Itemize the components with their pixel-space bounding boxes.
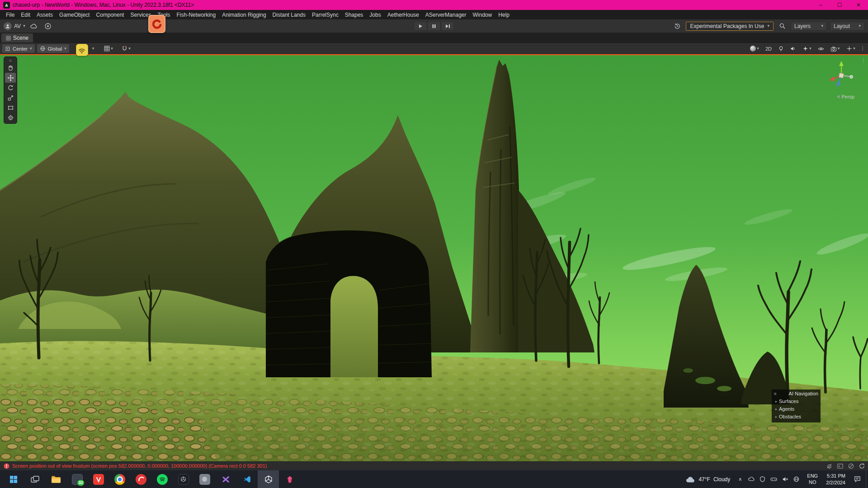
scene-render xyxy=(0,54,868,461)
task-view-button[interactable] xyxy=(24,470,45,488)
red-browser-button[interactable] xyxy=(130,470,151,488)
menu-assets[interactable]: Assets xyxy=(33,11,56,19)
overlay-menu-button[interactable]: ⋮ xyxy=(861,58,866,64)
services-button[interactable] xyxy=(42,22,53,31)
menu-distant-lands[interactable]: Distant Lands xyxy=(269,11,309,19)
audio-toggle[interactable] xyxy=(788,44,798,53)
grid-visibility-dropdown[interactable]: ▾ xyxy=(101,44,116,53)
menu-window[interactable]: Window xyxy=(469,11,495,19)
cloud-button[interactable] xyxy=(28,22,39,31)
ai-nav-obstacles[interactable]: ▸ Obstacles xyxy=(774,412,818,419)
palette-grip[interactable]: ≡ xyxy=(4,58,17,63)
step-button[interactable] xyxy=(441,21,454,31)
gray-app-button[interactable] xyxy=(194,470,215,488)
menu-parrelsync[interactable]: ParrelSync xyxy=(309,11,342,19)
weather-temp: 47°F xyxy=(698,476,710,483)
lighting-toggle[interactable] xyxy=(775,44,786,53)
chrome-browser-button[interactable] xyxy=(109,470,130,488)
menu-aetherhouse[interactable]: AetherHouse xyxy=(384,11,422,19)
network-globe-icon[interactable] xyxy=(793,476,800,483)
ai-nav-grip[interactable]: ≡ xyxy=(774,391,777,396)
history-icon xyxy=(674,23,681,30)
security-shield-icon[interactable] xyxy=(759,476,766,483)
file-explorer-button[interactable] xyxy=(45,470,66,488)
chevron-right-icon: ▸ xyxy=(775,415,777,419)
scale-tool-button[interactable] xyxy=(5,93,16,103)
menu-fish-networking[interactable]: Fish-Networking xyxy=(173,11,219,19)
search-button[interactable] xyxy=(777,22,788,31)
unity-hub-button[interactable] xyxy=(173,470,194,488)
vscode-button[interactable] xyxy=(236,470,258,488)
maximize-button[interactable]: ☐ xyxy=(830,0,849,10)
menu-gameobject[interactable]: GameObject xyxy=(56,11,93,19)
effects-dropdown[interactable]: ▾ xyxy=(800,44,814,53)
projection-mode-label[interactable]: Persp xyxy=(837,94,854,99)
experimental-packages-dropdown[interactable]: Experimental Packages In Use ▾ xyxy=(686,22,774,31)
close-button[interactable]: ✕ xyxy=(849,0,868,10)
unity-editor-button[interactable] xyxy=(258,470,279,488)
ai-nav-surfaces[interactable]: ▸ Surfaces xyxy=(774,396,818,404)
ai-nav-agents[interactable]: ▸ Agents xyxy=(774,404,818,412)
notifications-muted-icon[interactable] xyxy=(826,463,833,469)
menu-component[interactable]: Component xyxy=(93,11,127,19)
visual-studio-button[interactable] xyxy=(215,470,236,488)
console-error-message[interactable]: Screen position out of view frustum (scr… xyxy=(4,463,267,469)
search-icon xyxy=(779,23,786,29)
volume-muted-icon[interactable] xyxy=(782,476,789,483)
rotate-tool-button[interactable] xyxy=(5,83,16,93)
transform-tool-button[interactable] xyxy=(5,113,16,122)
menu-shapes[interactable]: Shapes xyxy=(342,11,367,19)
weather-widget[interactable]: 47°F Cloudy xyxy=(681,475,735,483)
2d-toggle[interactable]: 2D xyxy=(763,44,774,53)
menu-aservermanager[interactable]: AServerManager xyxy=(422,11,470,19)
draw-mode-dropdown[interactable]: ▾ xyxy=(747,44,762,53)
gizmos-dropdown[interactable]: ▾ xyxy=(844,44,858,53)
game-controller-icon[interactable] xyxy=(770,476,778,483)
move-tool-button[interactable] xyxy=(5,73,16,83)
taskbar: 32 xyxy=(0,470,868,488)
hand-tool-button[interactable] xyxy=(5,63,16,73)
scene-viewport[interactable]: ≡ xyxy=(0,54,868,461)
refresh-progress-icon[interactable] xyxy=(859,463,865,469)
blocked-icon[interactable] xyxy=(848,463,854,469)
tab-scene[interactable]: Scene xyxy=(1,33,33,42)
move-icon xyxy=(7,75,14,81)
orientation-dropdown[interactable]: Global ▾ xyxy=(37,44,69,53)
status-bar: Screen position out of view frustum (scr… xyxy=(0,461,868,470)
scenebar-overflow-menu[interactable]: ⋮ xyxy=(859,44,866,53)
language-switcher[interactable]: ENG NO xyxy=(802,473,822,486)
app-button-badge-32[interactable]: 32 xyxy=(66,470,88,488)
vivaldi-button[interactable] xyxy=(88,470,109,488)
account-dropdown[interactable]: AV ▾ xyxy=(4,22,25,30)
action-center-button[interactable] xyxy=(849,475,866,483)
play-button[interactable] xyxy=(414,21,427,31)
menu-file[interactable]: File xyxy=(3,11,18,19)
onedrive-cloud-icon[interactable] xyxy=(748,476,755,483)
scene-visibility-toggle[interactable] xyxy=(816,44,826,53)
console-icon[interactable] xyxy=(837,463,844,469)
snap-settings-dropdown[interactable]: ▾ xyxy=(118,44,134,53)
minimize-button[interactable]: – xyxy=(811,0,830,10)
spotify-button[interactable] xyxy=(151,470,173,488)
hot-reload-caret[interactable]: ▾ xyxy=(90,44,96,53)
hot-reload-status-button[interactable] xyxy=(76,44,88,56)
menu-help[interactable]: Help xyxy=(495,11,513,19)
scene-orientation-gizmo[interactable] xyxy=(826,60,857,91)
pivot-dropdown[interactable]: Center ▾ xyxy=(2,44,35,53)
rect-tool-button[interactable] xyxy=(5,103,16,113)
person-icon xyxy=(5,23,10,29)
undo-history-button[interactable] xyxy=(672,22,683,31)
show-desktop-button[interactable] xyxy=(866,470,868,488)
menu-edit[interactable]: Edit xyxy=(18,11,33,19)
pause-button[interactable] xyxy=(427,21,441,31)
layout-dropdown[interactable]: Layout ▾ xyxy=(830,22,864,31)
pink-app-button[interactable] xyxy=(279,470,300,488)
tray-expand-chevron[interactable]: ∧ xyxy=(735,476,745,482)
menu-jobs[interactable]: Jobs xyxy=(366,11,384,19)
menu-animation-rigging[interactable]: Animation Rigging xyxy=(219,11,269,19)
camera-settings-dropdown[interactable]: ▾ xyxy=(828,44,842,53)
clock-widget[interactable]: 5:31 PM 2/2/2024 xyxy=(822,473,849,486)
start-button[interactable] xyxy=(3,470,24,488)
layers-dropdown[interactable]: Layers ▾ xyxy=(791,22,827,31)
hot-reload-menu-icon[interactable] xyxy=(148,15,165,33)
